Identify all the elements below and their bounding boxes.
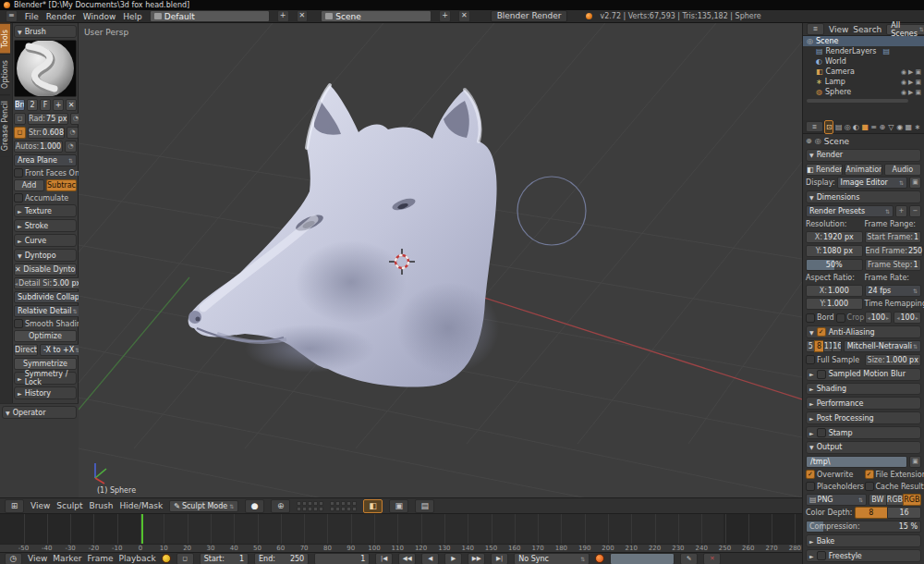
performance-panel-header[interactable]: ► Performance <box>806 397 921 410</box>
visibility-toggle[interactable]: ◉ <box>901 68 906 76</box>
symmetry-lock-panel-header[interactable]: ► Symmetry / Lock <box>14 372 77 385</box>
3d-viewport[interactable]: User Persp (1) Sphere <box>79 23 802 497</box>
outliner-scrollbar[interactable] <box>807 99 908 103</box>
keying-set-field[interactable] <box>610 553 675 564</box>
operator-panel-header[interactable]: ▼ Operator <box>2 406 77 419</box>
rgb-button[interactable]: RGB <box>886 494 905 506</box>
cache-result-checkbox[interactable] <box>865 482 874 491</box>
start-frame-field[interactable]: Start Frame: 1 <box>865 231 922 243</box>
resolution-scale-slider[interactable]: 50% <box>806 259 863 271</box>
layer-toggle[interactable] <box>341 501 346 506</box>
properties-tab-constraints[interactable]: ≡ <box>869 121 877 133</box>
sculpt-plane-select[interactable]: Area Plane ⇅ <box>14 154 77 166</box>
post-processing-panel-header[interactable]: ► Post Processing <box>806 411 921 424</box>
selectability-toggle[interactable]: ▶ <box>908 79 913 86</box>
add-scene-button[interactable]: + <box>439 10 451 22</box>
layer-toggle[interactable] <box>319 501 323 506</box>
symmetrize-direction-select[interactable]: -X to +X ⇅ <box>40 344 83 356</box>
layer-toggle[interactable] <box>330 507 334 511</box>
animation-button[interactable]: Animation <box>845 164 881 176</box>
layer-toggle[interactable] <box>302 507 307 511</box>
smooth-shading-checkbox[interactable] <box>14 319 23 328</box>
selectability-toggle[interactable]: ▶ <box>908 68 913 76</box>
timeline-menu-view[interactable]: View <box>28 554 47 563</box>
file-extensions-checkbox[interactable]: ✓ <box>865 470 874 479</box>
autokey-toggle[interactable] <box>162 554 171 563</box>
timeline-editor[interactable]: -50-40-30-20-100102030405060708090100110… <box>0 514 802 564</box>
aspect-x-field[interactable]: X: 1.000 <box>806 285 863 297</box>
dimensions-panel-header[interactable]: ▼ Dimensions <box>806 190 921 203</box>
strength-pressure-toggle[interactable]: ◔ <box>67 127 79 139</box>
outliner-menu-search[interactable]: Search <box>853 25 881 34</box>
window-titlebar[interactable]: Blender* [D:\My Documents\3d fox head.bl… <box>0 0 924 10</box>
properties-tab-object[interactable]: ■ <box>861 121 869 133</box>
render-button[interactable]: ◧ Render <box>806 164 843 176</box>
properties-tab-scene[interactable]: ◎ <box>844 121 851 133</box>
sync-mode-select[interactable]: No Sync ⇅ <box>514 553 590 564</box>
layer-toggle[interactable] <box>352 507 357 511</box>
strength-slider[interactable]: Str: 0.608 <box>28 127 65 139</box>
radius-slider[interactable]: Rad: 75 px <box>28 113 68 125</box>
curve-panel-header[interactable]: ► Curve <box>14 234 77 247</box>
screen-layout-select[interactable]: Default <box>150 10 270 22</box>
layer-toggle[interactable] <box>313 507 318 511</box>
visibility-toggle[interactable]: ◉ <box>901 79 906 86</box>
brush-preview[interactable] <box>14 40 77 97</box>
tab-tools[interactable]: Tools <box>0 23 10 54</box>
outliner-item-renderlayers[interactable]: ▤ RenderLayers ▤ <box>803 46 924 56</box>
symmetrize-button[interactable]: Symmetrize <box>14 358 77 370</box>
add-preset-button[interactable]: + <box>895 205 907 217</box>
layer-toggle[interactable] <box>346 507 351 511</box>
menu-view[interactable]: View <box>30 501 50 510</box>
crop-checkbox[interactable] <box>836 313 845 323</box>
depth-8-button[interactable]: 8 <box>855 507 889 519</box>
opengl-render-anim-button[interactable]: ▤ <box>415 499 434 513</box>
front-faces-checkbox[interactable] <box>14 168 23 178</box>
jump-to-end-button[interactable]: ▶| <box>491 553 508 564</box>
editor-type-button[interactable]: ◷ <box>5 553 22 564</box>
layer-toggle[interactable] <box>297 507 301 511</box>
properties-tab-data[interactable]: ▽ <box>887 121 894 133</box>
render-presets-select[interactable]: Render Presets ⇅ <box>806 205 894 217</box>
motion-blur-checkbox[interactable] <box>817 370 826 379</box>
resolution-x-field[interactable]: X: 1920 px <box>806 231 863 243</box>
menu-hide-mask[interactable]: Hide/Mask <box>119 501 163 510</box>
depth-16-button[interactable]: 16 <box>887 507 921 519</box>
overwrite-checkbox[interactable]: ✓ <box>806 470 815 479</box>
unlink-brush-button[interactable]: ✕ <box>66 99 77 111</box>
mode-select[interactable]: ✎ Sculpt Mode ⇅ <box>169 500 238 512</box>
stamp-checkbox[interactable] <box>817 428 826 437</box>
subtract-direction-button[interactable]: Subtract <box>46 179 77 191</box>
fox-head-mesh[interactable] <box>188 85 499 387</box>
renderability-toggle[interactable]: ▣ <box>915 89 921 96</box>
add-brush-button[interactable]: + <box>53 99 64 111</box>
outliner-item-lamp[interactable]: ∗ Lamp ◉ ▶ ▣ <box>803 77 924 87</box>
layer-toggle[interactable] <box>313 501 318 506</box>
timeline-menu-marker[interactable]: Marker <box>53 554 81 563</box>
texture-panel-header[interactable]: ► Texture <box>14 204 77 217</box>
antialiasing-checkbox[interactable]: ✓ <box>817 327 826 337</box>
properties-tab-render-layers[interactable]: ▤ <box>834 121 842 133</box>
end-frame-field[interactable]: End: 250 <box>254 553 309 564</box>
autosmooth-slider[interactable]: Autos: 1.000 <box>14 141 63 153</box>
play-reverse-button[interactable]: ◀ <box>421 553 439 564</box>
freestyle-checkbox[interactable] <box>817 551 826 560</box>
layer-toggle[interactable] <box>335 507 340 511</box>
start-frame-field[interactable]: Start: 1 <box>200 553 249 564</box>
layers-widget-left[interactable] <box>297 501 323 511</box>
timeline-playhead[interactable] <box>141 514 143 544</box>
stroke-panel-header[interactable]: ► Stroke <box>14 219 77 232</box>
properties-tab-render[interactable]: ⊡ <box>824 120 833 134</box>
autosmooth-pressure-toggle[interactable]: ◔ <box>65 141 77 153</box>
layer-toggle[interactable] <box>302 501 307 506</box>
placeholders-checkbox[interactable] <box>806 482 815 491</box>
outliner-item-sphere[interactable]: ◍ Sphere ◉ ▶ ▣ <box>803 87 924 97</box>
scene-select[interactable]: Scene <box>321 10 432 22</box>
full-sample-checkbox[interactable] <box>806 355 815 364</box>
lock-toggle[interactable]: ◻ <box>176 553 194 564</box>
border-checkbox[interactable] <box>806 313 815 323</box>
symmetrize-direction-label[interactable]: Direct <box>14 344 38 356</box>
compression-slider[interactable]: Compression: 15 % <box>806 521 921 533</box>
shading-panel-header[interactable]: ► Shading <box>806 383 921 396</box>
menu-file[interactable]: File <box>25 12 39 21</box>
